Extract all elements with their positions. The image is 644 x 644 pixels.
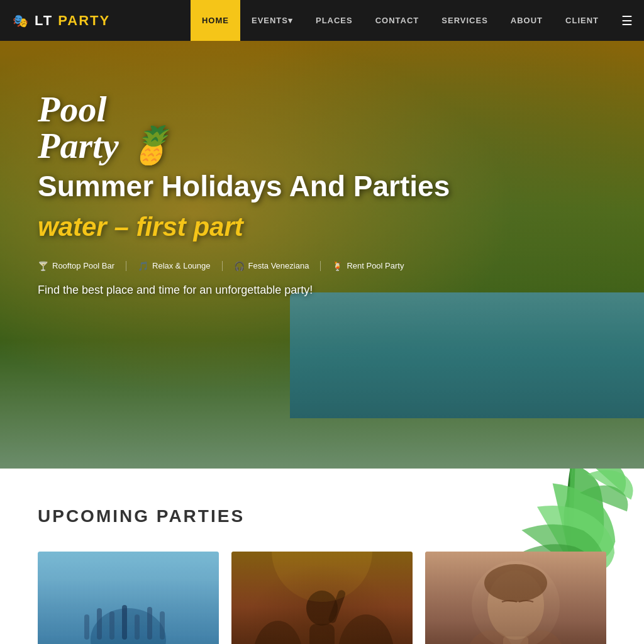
party-card-2[interactable] <box>231 552 413 644</box>
hero-subtitle: Summer Holidays And Parties <box>38 170 606 203</box>
hamburger-menu[interactable]: ☰ <box>610 0 644 41</box>
hero-content: Pool Party 🍍 Summer Holidays And Parties… <box>0 41 644 297</box>
hero-places: 🍸 Rooftop Pool Bar 🎵 Relax & Lounge 🎧 Fe… <box>38 261 606 271</box>
card-2-figure <box>231 552 413 644</box>
nav-links: HOME EVENTS ▾ PLACES CONTACT SERVICES AB… <box>191 0 610 41</box>
place-item-1: 🎵 Relax & Lounge <box>126 261 223 271</box>
nav-link-places[interactable]: PLACES <box>304 0 364 41</box>
party-cards-container <box>38 552 606 644</box>
pool-party-title: Pool Party 🍍 <box>38 91 606 164</box>
pool-party-line1: Pool <box>38 89 107 130</box>
pool-party-line2: Party <box>38 125 119 166</box>
nav-item-services[interactable]: SERVICES <box>430 0 499 41</box>
place-label-1: Relax & Lounge <box>152 261 211 270</box>
place-label-0: Rooftop Pool Bar <box>52 261 114 270</box>
nav-item-contact[interactable]: CONTACT <box>364 0 431 41</box>
place-item-2: 🎧 Festa Veneziana <box>223 261 321 271</box>
upcoming-title: UPCOMING PARTIES <box>38 506 606 526</box>
hero-description: Find the best place and time for an unfo… <box>38 284 606 297</box>
music-icon: 🎵 <box>138 261 148 271</box>
hero-section: Pool Party 🍍 Summer Holidays And Parties… <box>0 41 644 469</box>
brand-logo[interactable]: 🎭 LT PARTY <box>0 0 123 41</box>
nav-item-home[interactable]: HOME <box>191 0 240 41</box>
party-card-3[interactable] <box>425 552 606 644</box>
nav-link-events[interactable]: EVENTS ▾ <box>240 0 304 41</box>
chevron-down-icon: ▾ <box>288 16 293 25</box>
nav-link-contact[interactable]: CONTACT <box>364 0 431 41</box>
card-3-figure <box>425 552 606 644</box>
nav-item-places[interactable]: PLACES <box>304 0 364 41</box>
tropical-icon: 🍹 <box>332 261 343 271</box>
brand-lt: LT <box>35 13 53 29</box>
party-card-1[interactable] <box>38 552 219 644</box>
nav-item-about[interactable]: ABOUT <box>499 0 554 41</box>
nav-item-events[interactable]: EVENTS ▾ <box>240 0 304 41</box>
upcoming-section: UPCOMING PARTIES <box>0 469 644 644</box>
cocktail-icon: 🍸 <box>38 261 48 271</box>
place-item-0: 🍸 Rooftop Pool Bar <box>38 261 126 271</box>
place-label-3: Rent Pool Party <box>347 261 404 270</box>
card-1-figure <box>38 579 219 644</box>
place-label-2: Festa Veneziana <box>248 261 309 270</box>
hero-tagline: water – first part <box>38 212 606 242</box>
headphones-icon: 🎧 <box>234 261 245 271</box>
place-item-3: 🍹 Rent Pool Party <box>321 261 415 271</box>
hamburger-icon: ☰ <box>621 13 633 28</box>
nav-link-home[interactable]: HOME <box>191 0 240 41</box>
brand-icon: 🎭 <box>13 13 30 28</box>
brand-party: PARTY <box>58 13 110 29</box>
nav-link-client[interactable]: CLIENT <box>554 0 610 41</box>
nav-link-services[interactable]: SERVICES <box>430 0 499 41</box>
navbar: 🎭 LT PARTY HOME EVENTS ▾ PLACES CONTACT … <box>0 0 644 41</box>
nav-link-about[interactable]: ABOUT <box>499 0 554 41</box>
nav-item-client[interactable]: CLIENT <box>554 0 610 41</box>
